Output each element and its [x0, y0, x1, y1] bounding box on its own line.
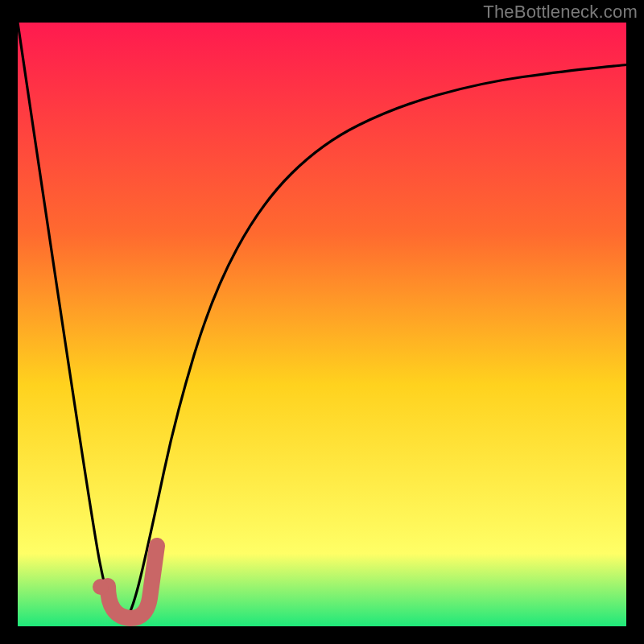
highlight-dot: [93, 579, 109, 595]
chart-canvas: TheBottleneck.com: [0, 0, 644, 644]
gradient-background: [18, 23, 626, 626]
watermark-label: TheBottleneck.com: [483, 2, 638, 23]
plot-svg: [18, 23, 626, 626]
plot-area: [18, 23, 626, 626]
